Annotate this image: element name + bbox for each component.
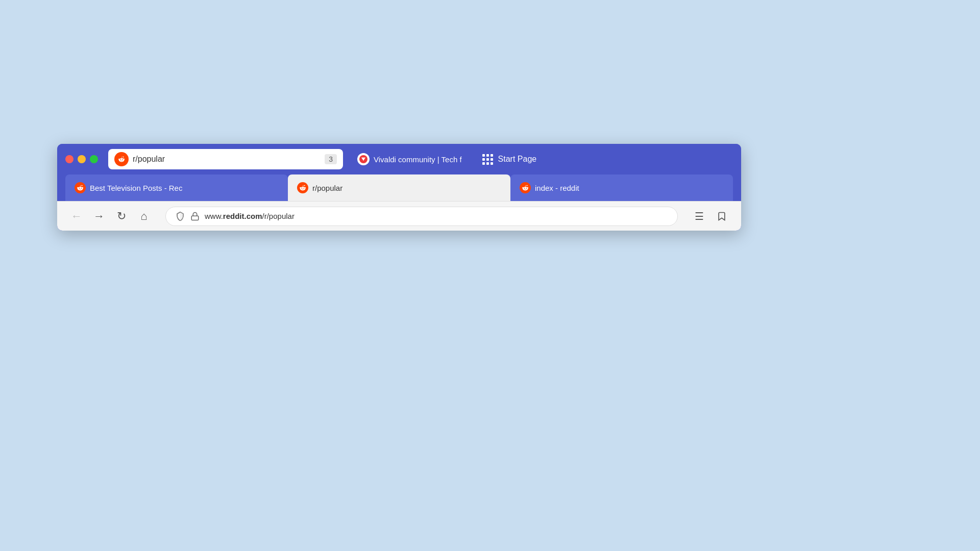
vivaldi-tab-text: Vivaldi community | Tech f	[374, 155, 462, 164]
url-bar-text: www.reddit.com/r/popular	[205, 212, 668, 220]
tab-bar: Best Television Posts - Rec r/popular in…	[57, 174, 741, 201]
vivaldi-icon	[357, 153, 370, 165]
tab3-reddit-icon	[520, 182, 531, 193]
apps-menu-button[interactable]: Start Page	[476, 151, 543, 168]
url-path: /r/popular	[262, 212, 295, 220]
shield-icon	[175, 211, 185, 221]
tab2-label: r/popular	[312, 184, 342, 192]
title-bar-reddit-icon	[114, 152, 129, 166]
tab2-reddit-icon	[297, 182, 308, 193]
navigation-toolbar: ← → ↻ ⌂	[57, 201, 741, 231]
reload-icon: ↻	[117, 210, 126, 223]
back-icon: ←	[71, 210, 82, 223]
home-icon: ⌂	[140, 210, 147, 223]
maximize-button[interactable]	[90, 155, 98, 163]
close-button[interactable]	[65, 155, 74, 163]
tab-count-badge: 3	[325, 154, 337, 164]
reload-button[interactable]: ↻	[112, 207, 131, 226]
url-bar[interactable]: www.reddit.com/r/popular	[165, 207, 678, 226]
browser-window: r/popular 3 Vivaldi community | Tech f S…	[57, 144, 741, 231]
home-button[interactable]: ⌂	[135, 207, 153, 226]
apps-grid-icon	[482, 154, 493, 165]
bookmark-button[interactable]	[713, 207, 731, 226]
start-page-label: Start Page	[498, 155, 537, 164]
lock-icon	[190, 212, 200, 221]
title-bar: r/popular 3 Vivaldi community | Tech f S…	[57, 144, 741, 174]
title-bar-address-text: r/popular	[133, 155, 321, 164]
tab1-reddit-icon	[75, 182, 86, 193]
tab2-reddit-svg	[298, 183, 307, 192]
forward-button[interactable]: →	[90, 207, 108, 226]
tab-r-popular[interactable]: r/popular	[288, 174, 510, 201]
reddit-logo-svg	[117, 155, 126, 164]
url-prefix: www.	[205, 212, 223, 220]
tab-index-reddit[interactable]: index - reddit	[510, 174, 733, 201]
tab1-reddit-svg	[76, 183, 85, 192]
tab1-label: Best Television Posts - Rec	[90, 184, 182, 192]
reading-mode-icon: ☰	[695, 210, 704, 222]
title-bar-address-bar[interactable]: r/popular 3	[108, 149, 343, 169]
vivaldi-community-tab[interactable]: Vivaldi community | Tech f	[349, 150, 470, 168]
tab-best-television[interactable]: Best Television Posts - Rec	[65, 174, 288, 201]
traffic-lights	[65, 155, 98, 163]
minimize-button[interactable]	[78, 155, 86, 163]
tab3-label: index - reddit	[535, 184, 579, 192]
forward-icon: →	[93, 210, 105, 223]
tab3-reddit-svg	[521, 183, 530, 192]
reader-mode-button[interactable]: ☰	[690, 207, 708, 226]
svg-rect-5	[191, 216, 199, 220]
url-domain: reddit.com	[223, 212, 262, 220]
vivaldi-logo-svg	[359, 155, 368, 163]
bookmark-icon	[717, 211, 727, 221]
back-button[interactable]: ←	[67, 207, 86, 226]
